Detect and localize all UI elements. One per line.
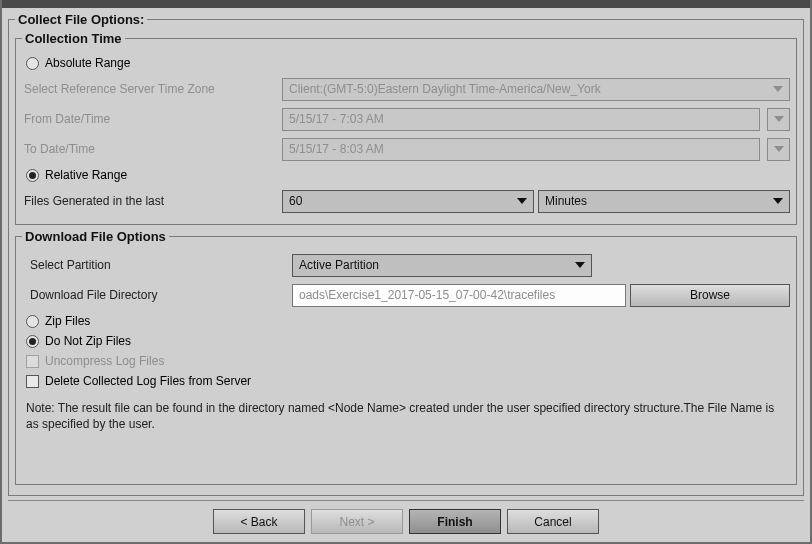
- relative-range-radio[interactable]: Relative Range: [26, 168, 786, 182]
- chevron-down-icon: [774, 146, 784, 152]
- files-generated-unit-dropdown[interactable]: Minutes: [538, 190, 790, 213]
- select-partition-label: Select Partition: [22, 258, 292, 272]
- from-datetime-label: From Date/Time: [22, 112, 282, 126]
- absolute-range-label: Absolute Range: [45, 56, 130, 70]
- next-button: Next >: [311, 509, 403, 534]
- download-directory-label: Download File Directory: [22, 288, 292, 302]
- collect-file-options-group: Collect File Options: Collection Time Ab…: [8, 12, 804, 496]
- reference-timezone-label: Select Reference Server Time Zone: [22, 82, 282, 96]
- to-datetime-value: 5/15/17 - 8:03 AM: [289, 142, 384, 156]
- collection-time-group: Collection Time Absolute Range Select Re…: [15, 31, 797, 225]
- relative-range-label: Relative Range: [45, 168, 127, 182]
- chevron-down-icon: [517, 198, 527, 204]
- from-datetime-field: 5/15/17 - 7:03 AM: [282, 108, 760, 131]
- files-generated-label: Files Generated in the last: [22, 194, 282, 208]
- radio-icon: [26, 57, 39, 70]
- dialog-window: Collect File Options: Collection Time Ab…: [0, 0, 812, 544]
- cancel-button[interactable]: Cancel: [507, 509, 599, 534]
- files-generated-value: 60: [289, 194, 302, 208]
- chevron-down-icon: [773, 198, 783, 204]
- do-not-zip-label: Do Not Zip Files: [45, 334, 131, 348]
- uncompress-log-files-label: Uncompress Log Files: [45, 354, 164, 368]
- chevron-down-icon: [575, 262, 585, 268]
- titlebar: [2, 0, 810, 8]
- files-generated-value-dropdown[interactable]: 60: [282, 190, 534, 213]
- from-datetime-picker-button: [767, 108, 790, 131]
- download-directory-value: oads\Exercise1_2017-05-15_07-00-42\trace…: [299, 288, 555, 302]
- do-not-zip-radio[interactable]: Do Not Zip Files: [26, 334, 786, 348]
- absolute-range-radio[interactable]: Absolute Range: [26, 56, 786, 70]
- finish-button-label: Finish: [437, 515, 472, 529]
- browse-button-label: Browse: [690, 288, 730, 302]
- download-file-options-legend: Download File Options: [22, 229, 169, 244]
- chevron-down-icon: [773, 86, 783, 92]
- download-file-options-group: Download File Options Select Partition A…: [15, 229, 797, 485]
- note-text: Note: The result file can be found in th…: [22, 394, 790, 436]
- radio-icon: [26, 315, 39, 328]
- select-partition-value: Active Partition: [299, 258, 379, 272]
- from-datetime-value: 5/15/17 - 7:03 AM: [289, 112, 384, 126]
- delete-collected-checkbox[interactable]: Delete Collected Log Files from Server: [26, 374, 786, 388]
- files-generated-unit: Minutes: [545, 194, 587, 208]
- radio-icon: [26, 335, 39, 348]
- checkbox-icon: [26, 375, 39, 388]
- chevron-down-icon: [774, 116, 784, 122]
- wizard-button-bar: < Back Next > Finish Cancel: [8, 500, 804, 542]
- browse-button[interactable]: Browse: [630, 284, 790, 307]
- to-datetime-picker-button: [767, 138, 790, 161]
- back-button-label: < Back: [240, 515, 277, 529]
- collect-file-options-legend: Collect File Options:: [15, 12, 147, 27]
- radio-icon: [26, 169, 39, 182]
- back-button[interactable]: < Back: [213, 509, 305, 534]
- reference-timezone-dropdown: Client:(GMT-5:0)Eastern Daylight Time-Am…: [282, 78, 790, 101]
- zip-files-radio[interactable]: Zip Files: [26, 314, 786, 328]
- to-datetime-field: 5/15/17 - 8:03 AM: [282, 138, 760, 161]
- main-panel: Collect File Options: Collection Time Ab…: [2, 8, 810, 542]
- finish-button[interactable]: Finish: [409, 509, 501, 534]
- uncompress-log-files-checkbox: Uncompress Log Files: [26, 354, 786, 368]
- zip-files-label: Zip Files: [45, 314, 90, 328]
- cancel-button-label: Cancel: [534, 515, 571, 529]
- collection-time-legend: Collection Time: [22, 31, 125, 46]
- checkbox-icon: [26, 355, 39, 368]
- to-datetime-label: To Date/Time: [22, 142, 282, 156]
- select-partition-dropdown[interactable]: Active Partition: [292, 254, 592, 277]
- delete-collected-label: Delete Collected Log Files from Server: [45, 374, 251, 388]
- reference-timezone-value: Client:(GMT-5:0)Eastern Daylight Time-Am…: [289, 82, 601, 96]
- download-directory-input[interactable]: oads\Exercise1_2017-05-15_07-00-42\trace…: [292, 284, 626, 307]
- next-button-label: Next >: [339, 515, 374, 529]
